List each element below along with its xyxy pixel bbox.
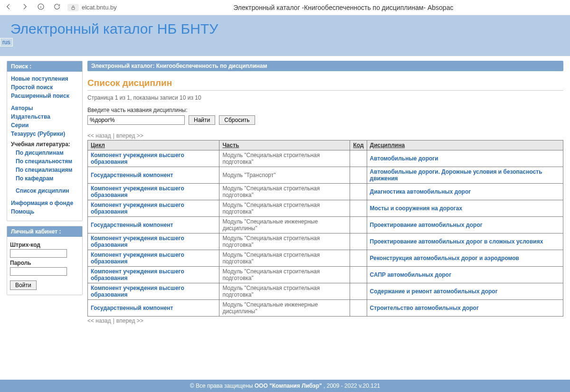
part-cell: Модуль "Специальная строительная подгото…: [219, 233, 350, 250]
nav-publishers[interactable]: Издательства: [10, 112, 79, 121]
code-cell: [350, 217, 367, 233]
page-tab-title: Электронный каталог -Книгообеспеченность…: [122, 4, 565, 11]
info-icon[interactable]: [37, 3, 45, 12]
breadcrumb: Электронный каталог: Книгообеспеченность…: [87, 61, 563, 71]
cycle-link[interactable]: Компонент учреждения высшего образования: [91, 268, 184, 281]
col-part[interactable]: Часть: [219, 140, 350, 150]
lock-icon: [67, 4, 79, 11]
code-cell: [350, 283, 367, 300]
disc-link[interactable]: Проектирование автомобильных дорог: [370, 222, 483, 228]
table-row: Компонент учреждения высшего образования…: [88, 200, 563, 217]
col-cycle[interactable]: Цикл: [88, 140, 219, 150]
cabinet-head: Личный кабинет :: [7, 226, 82, 237]
site-header: Электронный каталог НБ БНТУ rus: [0, 15, 570, 56]
nav-fund-info[interactable]: Информация о фонде: [10, 199, 79, 207]
url-text: elcat.bntu.by: [82, 4, 117, 11]
svg-rect-3: [72, 7, 75, 9]
nav-disc-list[interactable]: Список дисциплин: [15, 187, 79, 195]
lang-switch[interactable]: rus: [0, 38, 13, 47]
pager-fwd-b[interactable]: вперед >>: [116, 317, 143, 324]
table-row: Компонент учреждения высшего образования…: [88, 283, 563, 300]
reset-button[interactable]: Сбросить: [219, 115, 255, 125]
code-cell: [350, 184, 367, 200]
cycle-link[interactable]: Компонент учреждения высшего образования: [91, 202, 184, 215]
filter-label: Введите часть названия дисциплины:: [87, 107, 563, 115]
code-cell: [350, 167, 367, 184]
cabinet-box: Личный кабинет : Штрих-код Пароль Войти: [7, 226, 83, 295]
cycle-link[interactable]: Компонент учреждения высшего образования: [91, 185, 184, 198]
table-row: Компонент учреждения высшего образования…: [88, 233, 563, 250]
disc-link[interactable]: Проектирование автомобильных дорог в сло…: [370, 238, 543, 245]
table-row: Государственный компонентМодуль "Транспо…: [88, 167, 563, 184]
table-row: Государственный компонентМодуль "Специал…: [88, 217, 563, 233]
password-label: Пароль: [10, 258, 79, 267]
edu-heading: Учебная литература:: [10, 138, 79, 149]
nav-thesaurus[interactable]: Тезаурус (Рубрики): [10, 130, 79, 138]
table-row: Государственный компонентМодуль "Специал…: [88, 300, 563, 317]
password-input[interactable]: [10, 267, 67, 276]
pager-back-b[interactable]: << назад: [87, 317, 111, 324]
find-button[interactable]: Найти: [189, 115, 215, 125]
disc-link[interactable]: Автомобильные дороги: [370, 155, 438, 162]
pager-top: << назад|вперед >>: [87, 131, 563, 140]
code-cell: [350, 150, 367, 167]
disc-link[interactable]: САПР автомобильных дорог: [370, 271, 452, 278]
part-cell: Модуль "Специальная строительная подгото…: [219, 267, 350, 283]
nav-by-disc[interactable]: По дисциплинам: [15, 149, 79, 157]
nav-help[interactable]: Помощь: [10, 207, 79, 216]
part-cell: Модуль "Специальные инженерные дисциплин…: [219, 300, 350, 317]
part-cell: Модуль "Специальная строительная подгото…: [219, 283, 350, 300]
disc-link[interactable]: Диагностика автомобильных дорог: [370, 188, 471, 195]
nav-new[interactable]: Новые поступления: [10, 75, 79, 83]
col-disc[interactable]: Дисциплина: [367, 140, 563, 150]
barcode-input[interactable]: [10, 249, 67, 258]
nav-by-dept[interactable]: По кафедрам: [15, 174, 79, 183]
cycle-link[interactable]: Государственный компонент: [91, 172, 173, 178]
col-code[interactable]: Код: [350, 140, 367, 150]
pager-info: Страница 1 из 1, показаны записи 10 из 1…: [87, 94, 563, 107]
login-button[interactable]: Войти: [10, 280, 37, 290]
disc-link[interactable]: Содержание и ремонт автомобильных дорог: [370, 288, 498, 295]
cycle-link[interactable]: Компонент учреждения высшего образования: [91, 252, 184, 265]
filter-input[interactable]: [87, 115, 185, 125]
pager-bottom: << назад|вперед >>: [87, 317, 563, 325]
part-cell: Модуль "Транспорт": [219, 167, 350, 184]
cycle-link[interactable]: Компонент учреждения высшего образования: [91, 235, 184, 248]
table-row: Компонент учреждения высшего образования…: [88, 250, 563, 267]
nav-simple[interactable]: Простой поиск: [10, 83, 79, 92]
back-icon[interactable]: [5, 3, 12, 12]
disc-link[interactable]: Мосты и сооружения на дорогах: [370, 205, 463, 212]
code-cell: [350, 233, 367, 250]
cycle-link[interactable]: Компонент учреждения высшего образования: [91, 285, 184, 298]
part-cell: Модуль "Специальные инженерные дисциплин…: [219, 217, 350, 233]
reload-icon[interactable]: [53, 3, 61, 12]
pager-back[interactable]: << назад: [87, 132, 111, 139]
cycle-link[interactable]: Компонент учреждения высшего образования: [91, 152, 184, 165]
table-row: Компонент учреждения высшего образования…: [88, 184, 563, 200]
search-nav-box: Поиск : Новые поступления Простой поиск …: [7, 61, 83, 221]
nav-series[interactable]: Серии: [10, 121, 79, 130]
disc-link[interactable]: Строительство автомобильных дорог: [370, 305, 479, 311]
page-title: Список дисциплин: [87, 71, 563, 90]
pager-fwd[interactable]: вперед >>: [116, 132, 143, 139]
part-cell: Модуль "Специальная строительная подгото…: [219, 200, 350, 217]
nav-advanced[interactable]: Расширенный поиск: [10, 92, 79, 100]
disciplines-table: Цикл Часть Код Дисциплина Компонент учре…: [87, 140, 563, 317]
code-cell: [350, 300, 367, 317]
part-cell: Модуль "Специальная строительная подгото…: [219, 150, 350, 167]
nav-by-spec[interactable]: По специальностям: [15, 157, 79, 166]
forward-icon[interactable]: [21, 3, 28, 12]
table-row: Компонент учреждения высшего образования…: [88, 267, 563, 283]
barcode-label: Штрих-код: [10, 240, 79, 249]
cycle-link[interactable]: Государственный компонент: [91, 222, 173, 228]
disc-link[interactable]: Реконструкция автомобильных дорог и аэро…: [370, 255, 519, 261]
code-cell: [350, 200, 367, 217]
code-cell: [350, 267, 367, 283]
nav-authors[interactable]: Авторы: [10, 104, 79, 112]
part-cell: Модуль "Специальная строительная подгото…: [219, 184, 350, 200]
cycle-link[interactable]: Государственный компонент: [91, 305, 173, 311]
nav-by-specz[interactable]: По специализациям: [15, 166, 79, 174]
search-nav-head: Поиск :: [7, 61, 82, 72]
disc-link[interactable]: Автомобильные дороги. Дорожные условия и…: [370, 168, 542, 182]
address-bar[interactable]: elcat.bntu.by: [67, 4, 117, 11]
